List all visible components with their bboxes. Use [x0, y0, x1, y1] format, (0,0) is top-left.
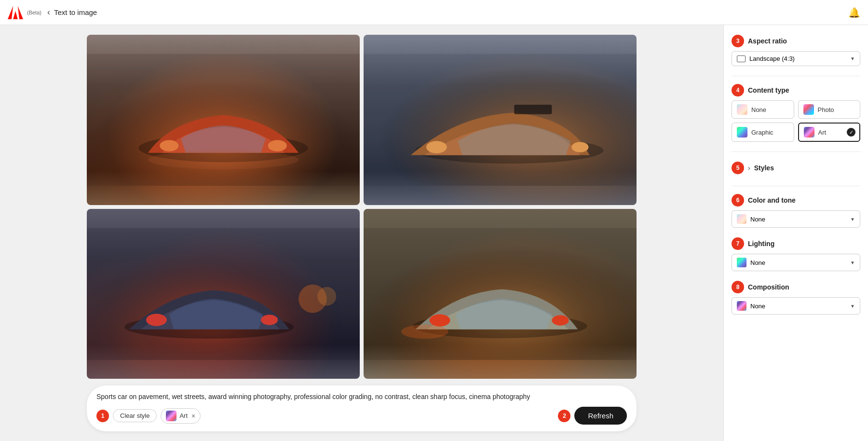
art-tag-close[interactable]: × [191, 412, 195, 420]
divider-2 [732, 152, 860, 152]
lighting-section: 7 Lighting None ▼ [732, 237, 860, 271]
composition-value: None [750, 303, 850, 310]
content-type-graphic[interactable]: Graphic [732, 123, 794, 142]
content-area: Sports car on pavement, wet streets, awa… [0, 25, 723, 441]
none-icon [737, 104, 747, 115]
car-image-2 [364, 35, 637, 205]
clear-style-button[interactable]: Clear style [113, 409, 157, 422]
image-cell-4[interactable] [364, 209, 637, 379]
page-title: Text to image [54, 8, 97, 16]
graphic-label: Graphic [751, 129, 773, 136]
lighting-header: 7 Lighting [732, 237, 860, 250]
lighting-icon [737, 258, 746, 267]
prompt-text[interactable]: Sports car on pavement, wet streets, awa… [96, 392, 627, 402]
badge-7: 7 [732, 237, 744, 250]
lighting-chevron: ▼ [850, 260, 855, 265]
badge-4: 4 [732, 84, 744, 96]
art-chip-icon [166, 411, 176, 421]
composition-select-wrapper[interactable]: None ▼ [732, 297, 860, 315]
content-type-art[interactable]: Art ✓ [798, 123, 861, 142]
color-tone-section: 6 Color and tone None ▼ [732, 194, 860, 228]
aspect-ratio-section: 3 Aspect ratio Landscape (4:3) ▼ [732, 35, 860, 66]
car-image-4 [364, 209, 637, 379]
svg-rect-5 [87, 54, 360, 186]
art-tag-chip: Art × [161, 408, 201, 424]
graphic-icon [737, 127, 747, 138]
back-button[interactable]: ‹ [47, 7, 50, 17]
color-tone-chevron: ▼ [850, 217, 855, 222]
image-cell-1[interactable] [87, 35, 360, 205]
svg-rect-24 [364, 228, 637, 359]
divider-3 [732, 186, 860, 186]
landscape-icon [737, 55, 746, 62]
content-type-photo[interactable]: Photo [798, 100, 861, 119]
prompt-actions: 1 Clear style Art × 2 Refresh [96, 407, 627, 425]
divider-1 [732, 76, 860, 76]
art-tag-label: Art [179, 412, 188, 419]
image-cell-2[interactable] [364, 35, 637, 205]
content-type-grid: None Photo Graphic Art ✓ [732, 100, 860, 142]
prompt-tags: 1 Clear style Art × [96, 408, 201, 424]
content-type-section: 4 Content type None Photo Graphic [732, 84, 860, 142]
composition-section: 8 Composition None ▼ [732, 281, 860, 315]
styles-row[interactable]: 5 › Styles [732, 160, 860, 176]
beta-label: (Beta) [27, 10, 41, 15]
art-check-icon: ✓ [847, 128, 855, 137]
lighting-value: None [750, 259, 850, 266]
badge-2: 2 [558, 410, 570, 422]
lighting-label: Lighting [748, 240, 774, 248]
color-tone-label: Color and tone [748, 196, 796, 204]
right-panel: 3 Aspect ratio Landscape (4:3) ▼ 4 Conte… [723, 25, 868, 441]
svg-rect-11 [364, 54, 637, 186]
image-grid [87, 35, 637, 379]
color-tone-value: None [750, 216, 850, 223]
art-icon [804, 127, 814, 138]
content-type-none[interactable]: None [732, 100, 794, 119]
art-label: Art [818, 129, 827, 136]
refresh-button[interactable]: Refresh [574, 407, 627, 425]
styles-section: 5 › Styles [732, 160, 860, 176]
photo-icon [803, 104, 814, 115]
composition-chevron: ▼ [850, 303, 855, 309]
content-type-header: 4 Content type [732, 84, 860, 96]
styles-label: Styles [754, 164, 774, 172]
none-label: None [751, 106, 766, 113]
badge-8: 8 [732, 281, 744, 293]
svg-rect-18 [87, 228, 360, 359]
notification-icon[interactable]: 🔔 [848, 7, 860, 18]
aspect-ratio-label: Aspect ratio [748, 37, 787, 45]
composition-header: 8 Composition [732, 281, 860, 293]
badge-1: 1 [96, 410, 109, 422]
badge-5: 5 [732, 162, 744, 174]
prompt-area: Sports car on pavement, wet streets, awa… [87, 386, 637, 431]
color-tone-header: 6 Color and tone [732, 194, 860, 207]
styles-arrow-icon: › [748, 164, 750, 172]
color-tone-icon [737, 214, 746, 224]
car-image-1 [87, 35, 360, 205]
composition-icon [737, 301, 746, 311]
aspect-ratio-chevron: ▼ [850, 56, 855, 61]
aspect-ratio-header: 3 Aspect ratio [732, 35, 860, 47]
refresh-wrapper: 2 Refresh [558, 407, 627, 425]
photo-label: Photo [818, 106, 834, 113]
badge-3: 3 [732, 35, 744, 47]
lighting-select-wrapper[interactable]: None ▼ [732, 254, 860, 271]
car-image-3 [87, 209, 360, 379]
composition-label: Composition [748, 283, 789, 291]
color-tone-select-wrapper[interactable]: None ▼ [732, 210, 860, 228]
adobe-logo [8, 5, 23, 20]
aspect-ratio-value: Landscape (4:3) [749, 55, 850, 62]
content-type-label: Content type [748, 86, 789, 94]
image-cell-3[interactable] [87, 209, 360, 379]
badge-6: 6 [732, 194, 744, 207]
main-layout: Sports car on pavement, wet streets, awa… [0, 25, 868, 441]
app-header: (Beta) ‹ Text to image 🔔 [0, 0, 868, 25]
aspect-ratio-select-wrapper[interactable]: Landscape (4:3) ▼ [732, 51, 860, 66]
